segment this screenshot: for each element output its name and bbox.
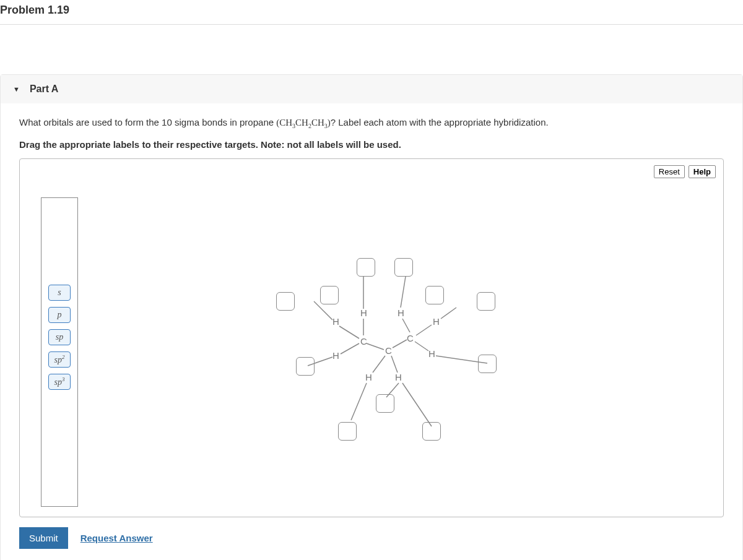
svg-line-2 <box>314 301 332 320</box>
submit-button[interactable]: Submit <box>19 527 68 549</box>
svg-line-23 <box>415 342 428 351</box>
svg-line-10 <box>393 340 407 348</box>
svg-line-17 <box>402 319 410 332</box>
svg-line-11 <box>373 356 385 373</box>
svg-text:H: H <box>428 348 435 359</box>
svg-text:H: H <box>360 308 367 318</box>
atom-c: C <box>360 336 367 347</box>
svg-text:H: H <box>398 308 404 318</box>
label-palette: s p sp sp2 sp3 <box>41 197 78 507</box>
part-a-container: ▼ Part A What orbitals are used to form … <box>0 74 743 560</box>
label-sp3[interactable]: sp3 <box>48 374 71 390</box>
label-sp[interactable]: sp <box>48 329 71 345</box>
svg-line-3 <box>341 343 359 354</box>
atom-c: C <box>407 333 414 343</box>
svg-line-13 <box>351 383 367 420</box>
svg-line-19 <box>401 277 406 308</box>
part-label: Part A <box>30 84 59 95</box>
problem-title: Problem 1.19 <box>0 0 743 25</box>
collapse-icon: ▼ <box>13 85 20 93</box>
svg-text:H: H <box>433 316 440 327</box>
svg-line-22 <box>441 308 456 319</box>
help-button[interactable]: Help <box>689 165 716 178</box>
svg-text:H: H <box>365 372 372 382</box>
svg-text:H: H <box>332 316 339 327</box>
propane-molecule: C C C H H H <box>243 252 534 499</box>
svg-line-5 <box>308 357 332 366</box>
request-answer-link[interactable]: Request Answer <box>80 533 153 543</box>
svg-line-0 <box>339 326 359 338</box>
svg-line-25 <box>436 356 487 363</box>
svg-line-26 <box>402 383 432 426</box>
svg-line-20 <box>416 325 432 335</box>
work-area: Reset Help s p sp sp2 sp3 <box>19 158 724 517</box>
label-p[interactable]: p <box>48 307 71 323</box>
drag-instruction: Drag the appropriate labels to their res… <box>19 139 724 150</box>
svg-text:H: H <box>395 372 402 382</box>
svg-text:H: H <box>332 350 339 361</box>
svg-line-16 <box>386 383 399 397</box>
part-header[interactable]: ▼ Part A <box>1 75 742 103</box>
label-sp2[interactable]: sp2 <box>48 351 71 368</box>
label-s[interactable]: s <box>48 285 71 301</box>
svg-line-14 <box>391 356 398 373</box>
question-text: What orbitals are used to form the 10 si… <box>19 116 724 131</box>
svg-line-9 <box>367 343 384 350</box>
reset-button[interactable]: Reset <box>654 165 685 178</box>
atom-c: C <box>385 345 392 356</box>
